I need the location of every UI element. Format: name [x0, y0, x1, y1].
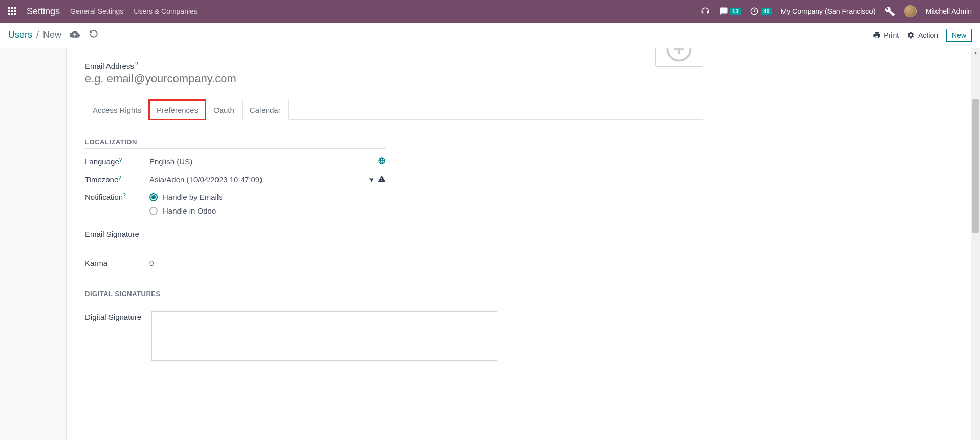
- karma-value[interactable]: 0: [149, 259, 154, 267]
- globe-icon[interactable]: [378, 157, 386, 166]
- timezone-value[interactable]: Asia/Aden (10/04/2023 10:47:09): [149, 175, 262, 184]
- language-value[interactable]: English (US): [149, 157, 192, 166]
- tab-access-rights[interactable]: Access Rights: [85, 100, 149, 120]
- new-button[interactable]: New: [946, 29, 972, 42]
- breadcrumb: Users / New: [8, 30, 61, 40]
- nav-general-settings[interactable]: General Settings: [70, 7, 123, 15]
- company-switcher[interactable]: My Company (San Francisco): [781, 7, 876, 15]
- help-icon[interactable]: ?: [119, 157, 122, 163]
- warning-icon[interactable]: [378, 175, 386, 184]
- breadcrumb-users[interactable]: Users: [8, 30, 32, 40]
- karma-label: Karma: [85, 259, 107, 267]
- messages-badge: 13: [730, 8, 741, 15]
- notification-label: Notification: [85, 193, 123, 201]
- scroll-up-arrow[interactable]: ▴: [971, 48, 980, 57]
- activities-badge: 40: [761, 8, 771, 15]
- email-label: Email Address ?: [85, 61, 138, 70]
- tab-preferences[interactable]: Preferences: [149, 100, 206, 120]
- email-signature-label: Email Signature: [85, 229, 139, 238]
- digital-signature-label: Digital Signature: [85, 312, 141, 321]
- breadcrumb-current: New: [43, 30, 61, 40]
- scroll-thumb[interactable]: [972, 99, 979, 233]
- support-icon[interactable]: [701, 7, 710, 16]
- help-icon[interactable]: ?: [135, 61, 138, 67]
- section-localization-title: Localization: [85, 138, 386, 149]
- tab-oauth[interactable]: Oauth: [206, 100, 242, 120]
- breadcrumb-separator: /: [36, 30, 39, 40]
- name-field-partial: g: [85, 48, 703, 54]
- section-digital-title: Digital Signatures: [85, 290, 703, 300]
- messages-icon[interactable]: 13: [719, 7, 741, 16]
- apps-icon[interactable]: [8, 7, 16, 15]
- tabs: Access Rights Preferences Oauth Calendar: [85, 100, 703, 120]
- notification-radio-odoo[interactable]: Handle in Odoo: [149, 206, 223, 215]
- scrollbar[interactable]: ▴: [971, 48, 980, 440]
- language-label: Language: [85, 157, 119, 166]
- help-icon[interactable]: ?: [118, 175, 121, 181]
- timezone-label: Timezone: [85, 175, 118, 184]
- user-avatar[interactable]: [904, 5, 917, 17]
- app-brand[interactable]: Settings: [27, 6, 60, 17]
- digital-signature-input[interactable]: [151, 311, 497, 361]
- email-input[interactable]: [85, 70, 703, 88]
- left-gutter: [0, 48, 67, 440]
- image-upload[interactable]: [655, 48, 703, 67]
- discard-icon[interactable]: [89, 29, 98, 41]
- tab-calendar[interactable]: Calendar: [242, 100, 289, 120]
- debug-icon[interactable]: [885, 6, 895, 16]
- help-icon[interactable]: ?: [123, 193, 126, 198]
- action-button[interactable]: Action: [907, 31, 938, 39]
- cloud-save-icon[interactable]: [70, 29, 80, 41]
- notification-radio-emails[interactable]: Handle by Emails: [149, 193, 223, 201]
- activities-icon[interactable]: 40: [750, 7, 771, 16]
- user-menu[interactable]: Mitchell Admin: [926, 7, 972, 15]
- print-button[interactable]: Print: [873, 31, 899, 39]
- caret-down-icon[interactable]: ▾: [369, 175, 374, 184]
- nav-users-companies[interactable]: Users & Companies: [134, 7, 198, 15]
